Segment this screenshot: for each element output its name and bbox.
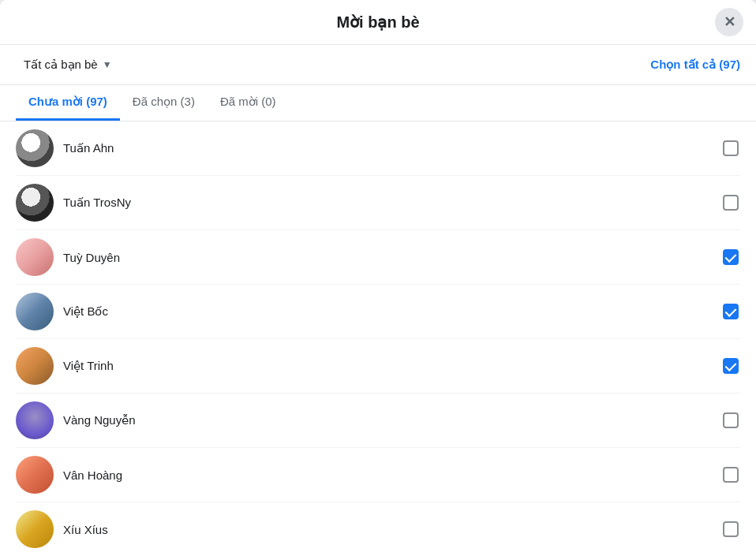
avatar <box>16 456 54 494</box>
checkbox-wrap <box>721 520 740 539</box>
friend-name: Tuấn TrosNy <box>63 196 712 210</box>
list-item: Xíu Xíus <box>16 502 740 556</box>
list-item: Tuấn Ahn <box>16 121 740 176</box>
close-button[interactable]: ✕ <box>715 8 743 36</box>
friend-checkbox[interactable] <box>723 304 739 319</box>
checkbox-wrap <box>721 465 740 484</box>
checkbox-wrap <box>721 411 740 430</box>
tab-chua-moi[interactable]: Chưa mời (97) <box>16 85 120 121</box>
checkbox-wrap <box>721 302 740 321</box>
filter-label: Tất cả bạn bè <box>24 58 98 72</box>
select-all-link[interactable]: Chọn tất cả (97) <box>650 58 740 72</box>
friend-checkbox[interactable] <box>723 412 739 428</box>
filter-dropdown[interactable]: Tất cả bạn bè ▼ <box>16 53 120 76</box>
avatar <box>16 293 54 330</box>
avatar <box>16 129 54 167</box>
modal-header: Mời bạn bè ✕ <box>0 0 756 45</box>
chevron-down-icon: ▼ <box>103 59 112 70</box>
avatar <box>16 347 54 385</box>
avatar <box>16 401 54 439</box>
list-item: Việt Bốc <box>16 285 740 339</box>
friend-checkbox[interactable] <box>723 140 739 156</box>
tabs-row: Chưa mời (97) Đã chọn (3) Đã mời (0) <box>0 85 756 121</box>
list-item: Vân Hoàng <box>16 448 740 502</box>
list-item: Tuấn TrosNy <box>16 176 740 230</box>
friend-name: Việt Bốc <box>63 304 712 319</box>
checkbox-wrap <box>721 248 740 267</box>
friend-list: Tuấn AhnTuấn TrosNyTuỳ DuyênViệt BốcViệt… <box>0 121 756 556</box>
tab-da-moi[interactable]: Đã mời (0) <box>208 85 289 121</box>
friend-checkbox[interactable] <box>723 521 739 537</box>
list-item: Vàng Nguyễn <box>16 394 740 448</box>
tab-da-chon[interactable]: Đã chọn (3) <box>120 85 208 121</box>
checkbox-wrap <box>721 193 740 212</box>
friend-name: Xíu Xíus <box>63 523 712 536</box>
list-item: Tuỳ Duyên <box>16 230 740 285</box>
checkbox-wrap <box>721 356 740 375</box>
invite-friends-modal: Mời bạn bè ✕ Tất cả bạn bè ▼ Chọn tất cả… <box>0 0 756 556</box>
modal-title: Mời bạn bè <box>336 13 419 32</box>
friend-name: Tuấn Ahn <box>63 141 712 155</box>
friend-checkbox[interactable] <box>723 467 739 483</box>
avatar <box>16 510 54 548</box>
checkbox-wrap <box>721 139 740 158</box>
friend-name: Tuỳ Duyên <box>63 251 712 264</box>
list-item: Việt Trinh <box>16 339 740 394</box>
friend-checkbox[interactable] <box>723 249 739 265</box>
avatar <box>16 184 54 222</box>
friend-name: Việt Trinh <box>63 359 712 373</box>
filter-row: Tất cả bạn bè ▼ Chọn tất cả (97) <box>0 45 756 85</box>
friend-checkbox[interactable] <box>723 195 739 211</box>
friend-checkbox[interactable] <box>723 358 739 374</box>
friend-name: Vàng Nguyễn <box>63 413 712 427</box>
avatar <box>16 238 54 276</box>
friend-name: Vân Hoàng <box>63 468 712 482</box>
